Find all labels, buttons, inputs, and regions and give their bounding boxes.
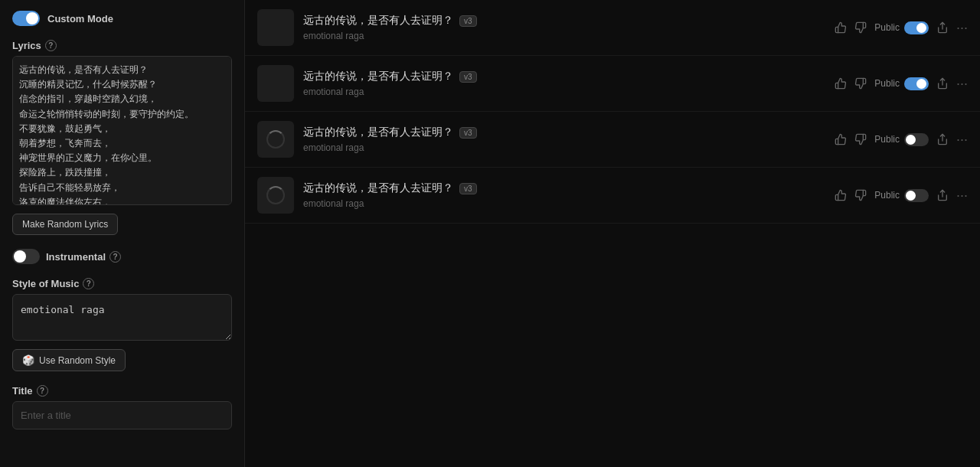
song-item: 远古的传说，是否有人去证明？ v3 emotional raga Public …: [245, 112, 980, 168]
make-random-lyrics-label: Make Random Lyrics: [22, 219, 108, 230]
song-actions-3: Public ···: [835, 188, 968, 204]
song-actions-2: Public ···: [835, 132, 968, 148]
public-label-2: Public: [874, 134, 900, 145]
share-icon-3[interactable]: [936, 189, 949, 201]
song-title-2: 远古的传说，是否有人去证明？: [303, 126, 453, 139]
song-title-row-3: 远古的传说，是否有人去证明？ v3: [303, 181, 825, 195]
more-icon-2[interactable]: ···: [956, 132, 968, 148]
public-toggle-3[interactable]: [904, 189, 929, 202]
right-panel: 远古的传说，是否有人去证明？ v3 emotional raga Public …: [245, 0, 980, 467]
public-toggle-row-2: Public: [874, 133, 929, 146]
song-thumbnail-0: [257, 9, 294, 46]
song-item: 远古的传说，是否有人去证明？ v3 emotional raga Public …: [245, 0, 980, 56]
song-style-3: emotional raga: [303, 198, 825, 209]
song-info-2: 远古的传说，是否有人去证明？ v3 emotional raga: [303, 126, 825, 153]
public-label-1: Public: [874, 78, 900, 89]
song-title-3: 远古的传说，是否有人去证明？: [303, 181, 453, 195]
lyrics-section: Lyrics ? 远古的传说，是否有人去证明？ 沉睡的精灵记忆，什么时候苏醒？ …: [12, 40, 232, 235]
song-item: 远古的传说，是否有人去证明？ v3 emotional raga Public …: [245, 56, 980, 112]
share-icon-2[interactable]: [936, 133, 949, 145]
song-actions-0: Public ···: [835, 20, 968, 36]
public-toggle-row-1: Public: [874, 77, 929, 90]
version-badge-2: v3: [459, 127, 477, 139]
song-thumbnail-3: [257, 177, 294, 214]
song-title-0: 远古的传说，是否有人去证明？: [303, 14, 453, 28]
song-style-2: emotional raga: [303, 142, 825, 153]
style-textarea[interactable]: emotional raga: [12, 294, 232, 341]
lyrics-label: Lyrics: [12, 40, 41, 51]
thumbup-icon-3[interactable]: [835, 189, 847, 201]
thumbup-icon-1[interactable]: [835, 77, 847, 90]
style-label: Style of Music: [12, 278, 79, 289]
thumbdown-icon-1[interactable]: [854, 77, 867, 90]
public-toggle-0[interactable]: [904, 21, 929, 34]
instrumental-row: Instrumental ?: [12, 249, 232, 264]
song-info-3: 远古的传说，是否有人去证明？ v3 emotional raga: [303, 181, 825, 209]
custom-mode-toggle[interactable]: [12, 11, 40, 26]
song-item: 远古的传说，是否有人去证明？ v3 emotional raga Public …: [245, 168, 980, 224]
song-title-row-1: 远古的传说，是否有人去证明？ v3: [303, 70, 825, 83]
left-panel: Custom Mode Lyrics ? 远古的传说，是否有人去证明？ 沉睡的精…: [0, 0, 245, 467]
song-info-1: 远古的传说，是否有人去证明？ v3 emotional raga: [303, 70, 825, 97]
title-help-icon[interactable]: ?: [37, 385, 48, 397]
share-icon-1[interactable]: [936, 77, 949, 90]
public-toggle-1[interactable]: [904, 77, 929, 90]
share-icon-0[interactable]: [936, 21, 949, 34]
style-help-icon[interactable]: ?: [83, 278, 94, 289]
public-toggle-row-0: Public: [874, 21, 929, 34]
thumbdown-icon-3[interactable]: [854, 189, 867, 201]
version-badge-0: v3: [459, 15, 477, 27]
public-label-3: Public: [874, 190, 900, 201]
song-thumbnail-1: [257, 65, 294, 102]
more-icon-3[interactable]: ···: [956, 188, 968, 204]
song-title-row-0: 远古的传说，是否有人去证明？ v3: [303, 14, 825, 28]
instrumental-toggle[interactable]: [12, 249, 40, 264]
thumbdown-icon-2[interactable]: [854, 133, 867, 145]
thumbup-icon-2[interactable]: [835, 133, 847, 145]
make-random-lyrics-button[interactable]: Make Random Lyrics: [12, 214, 118, 235]
thumbup-icon-0[interactable]: [835, 21, 847, 34]
song-info-0: 远古的传说，是否有人去证明？ v3 emotional raga: [303, 14, 825, 41]
title-label: Title: [12, 385, 33, 397]
custom-mode-label: Custom Mode: [47, 13, 113, 24]
title-input[interactable]: [12, 401, 232, 429]
song-thumbnail-2: [257, 121, 294, 158]
thumbdown-icon-0[interactable]: [854, 21, 867, 34]
more-icon-1[interactable]: ···: [956, 76, 968, 92]
title-section: Title ?: [12, 385, 232, 429]
more-icon-0[interactable]: ···: [956, 20, 968, 36]
custom-mode-row: Custom Mode: [12, 11, 232, 26]
instrumental-label: Instrumental: [46, 251, 106, 263]
public-label-0: Public: [874, 22, 900, 33]
song-title-1: 远古的传说，是否有人去证明？: [303, 70, 453, 83]
public-toggle-2[interactable]: [904, 133, 929, 146]
version-badge-1: v3: [459, 71, 477, 83]
style-section: Style of Music ? emotional raga 🎲 Use Ra…: [12, 278, 232, 371]
lyrics-help-icon[interactable]: ?: [45, 40, 57, 51]
version-badge-3: v3: [459, 183, 477, 194]
song-style-0: emotional raga: [303, 31, 825, 41]
song-actions-1: Public ···: [835, 76, 968, 92]
song-title-row-2: 远古的传说，是否有人去证明？ v3: [303, 126, 825, 139]
instrumental-help-icon[interactable]: ?: [109, 251, 121, 263]
dice-icon: 🎲: [22, 354, 34, 366]
lyrics-textarea[interactable]: 远古的传说，是否有人去证明？ 沉睡的精灵记忆，什么时候苏醒？ 信念的指引，穿越时…: [12, 56, 232, 205]
use-random-style-label: Use Random Style: [39, 355, 116, 366]
public-toggle-row-3: Public: [874, 189, 929, 202]
song-style-1: emotional raga: [303, 87, 825, 97]
use-random-style-button[interactable]: 🎲 Use Random Style: [12, 349, 126, 371]
